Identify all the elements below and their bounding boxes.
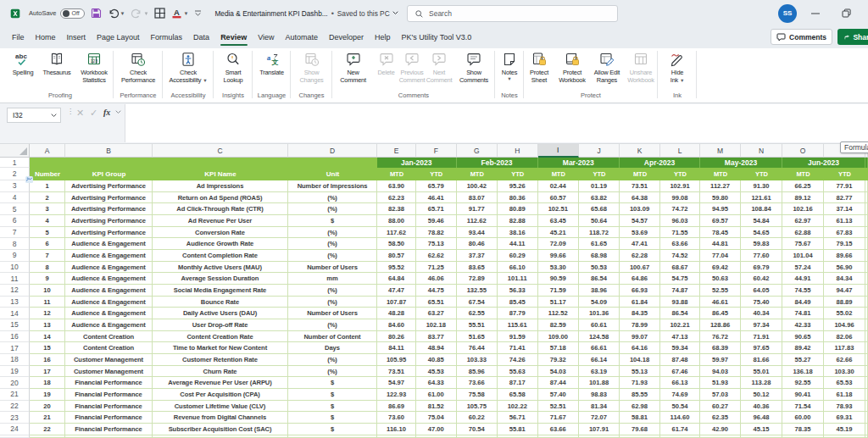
allow-edit-ranges-button[interactable]: Allow Edit Ranges — [590, 48, 624, 89]
cell[interactable]: 47.47 — [377, 285, 416, 297]
cell[interactable]: 44.81 — [700, 238, 741, 250]
tab-automate[interactable]: Automate — [280, 28, 324, 47]
cell[interactable]: $ — [288, 424, 377, 435]
cell[interactable]: 60.22 — [457, 412, 498, 424]
cell[interactable]: 78.35 — [782, 424, 824, 435]
cell[interactable]: 84.60 — [377, 319, 416, 331]
cell[interactable]: 68.67 — [660, 262, 700, 274]
cell[interactable]: 84.49 — [782, 297, 824, 308]
sub-header-mtd[interactable]: MTD — [620, 168, 660, 180]
cell[interactable]: (%) — [288, 366, 377, 378]
cell[interactable]: 45.53 — [416, 366, 457, 378]
row-header-21[interactable]: 21 — [0, 389, 30, 401]
cell[interactable]: 78.82 — [416, 227, 457, 239]
cell[interactable]: 54.65 — [741, 227, 782, 239]
cell[interactable]: 17 — [30, 366, 65, 378]
cell[interactable]: 71.93 — [620, 377, 660, 389]
sub-header-ytd[interactable]: YTD — [660, 168, 700, 180]
cell[interactable]: 60.61 — [579, 319, 620, 331]
cell[interactable]: Audience & Engagement — [65, 250, 153, 262]
cell[interactable]: Daily Active Users (DAU) — [153, 308, 288, 319]
formula-bar-drag-handle[interactable]: ⋮ — [67, 110, 74, 114]
row-header-10[interactable]: 10 — [0, 262, 30, 274]
tab-view[interactable]: View — [253, 28, 280, 47]
cell[interactable]: Ad Impressions — [153, 180, 288, 192]
cell[interactable]: 63.19 — [579, 366, 620, 378]
cell[interactable]: Time to Market for New Content — [153, 342, 288, 354]
avatar[interactable]: SS — [778, 4, 797, 23]
cell[interactable]: 58.50 — [377, 238, 416, 250]
row-header-5[interactable]: 5 — [0, 203, 30, 215]
cell[interactable]: 87.44 — [538, 377, 580, 389]
cell[interactable]: (%) — [288, 319, 377, 331]
cell[interactable]: 60.42 — [741, 273, 782, 285]
cell[interactable]: 63.45 — [538, 215, 580, 227]
cell[interactable]: $ — [288, 401, 377, 413]
formula-input[interactable] — [125, 104, 868, 142]
cell[interactable]: 65.53 — [824, 377, 865, 389]
share-button[interactable]: Share — [837, 29, 868, 45]
cell[interactable]: Customer Retention Rate — [153, 354, 288, 366]
cell[interactable]: 01.19 — [579, 180, 620, 192]
undo-button[interactable]: ▼ — [108, 8, 125, 19]
cell[interactable]: 124.58 — [579, 331, 620, 343]
cell[interactable]: 59.80 — [700, 192, 741, 204]
cell[interactable]: 72.07 — [579, 412, 620, 424]
cell[interactable]: 8 — [30, 262, 65, 274]
cell[interactable]: (%) — [288, 354, 377, 366]
cell[interactable]: Average Revenue Per User (ARPU) — [153, 377, 288, 389]
cell[interactable]: 132.55 — [457, 285, 498, 297]
cell[interactable]: 62.98 — [620, 401, 660, 413]
cell[interactable]: 82.06 — [824, 331, 865, 343]
cell[interactable]: 58.81 — [620, 412, 660, 424]
tab-insert[interactable]: Insert — [61, 28, 92, 47]
sub-header-mtd[interactable]: MTD — [700, 168, 741, 180]
cell[interactable]: 89.66 — [824, 250, 865, 262]
cell[interactable]: 115.61 — [498, 319, 538, 331]
cell[interactable]: 62.28 — [620, 250, 660, 262]
cell[interactable]: 37.14 — [824, 203, 865, 215]
smart-lookup-button[interactable]: Smart Lookup — [214, 48, 253, 89]
cell[interactable]: Cost Per Acquisition (CPA) — [153, 389, 288, 401]
cell[interactable]: (%) — [288, 203, 377, 215]
column-header-b[interactable]: B — [65, 144, 153, 158]
row-header-20[interactable]: 20 — [0, 377, 30, 389]
row-header-9[interactable]: 9 — [0, 250, 30, 262]
cell[interactable]: Financial Performance — [65, 377, 153, 389]
cell[interactable]: 80.57 — [377, 250, 416, 262]
cell[interactable]: 85.45 — [498, 297, 538, 308]
cell[interactable]: 66.14 — [579, 354, 620, 366]
cell[interactable]: 71.25 — [416, 262, 457, 274]
column-header-c[interactable]: C — [153, 144, 288, 158]
cell[interactable]: 64.84 — [377, 273, 416, 285]
cell[interactable]: (%) — [288, 297, 377, 308]
cell[interactable]: 100.67 — [620, 262, 660, 274]
cell[interactable]: 62.55 — [457, 308, 498, 319]
column-header-l[interactable]: L — [660, 144, 700, 158]
cell[interactable]: 88.89 — [824, 297, 865, 308]
customize-toolbar-button[interactable] — [194, 9, 202, 17]
cell[interactable]: Financial Performance — [65, 424, 153, 435]
cell[interactable]: 86.45 — [700, 308, 741, 319]
column-header-d[interactable]: D — [288, 144, 377, 158]
cell[interactable]: 109.00 — [538, 331, 580, 343]
cell[interactable]: mm — [288, 273, 377, 285]
month-header[interactable]: Mar-2023 — [538, 158, 620, 168]
row-header-1[interactable]: 1 — [0, 158, 30, 168]
cell[interactable]: Number of Content — [288, 331, 377, 343]
cell[interactable]: $ — [288, 215, 377, 227]
cell[interactable]: 98.83 — [579, 389, 620, 401]
cell[interactable]: 99.08 — [660, 192, 700, 204]
tab-pk-s-utility-tool-v3-0[interactable]: PK's Utility Tool V3.0 — [396, 28, 477, 47]
cell[interactable]: 55.13 — [620, 366, 660, 378]
cell[interactable]: 88.00 — [377, 215, 416, 227]
cell[interactable]: Audience & Engagement — [65, 308, 153, 319]
cell[interactable]: Number of Users — [288, 262, 377, 274]
cell[interactable]: 74.55 — [782, 285, 824, 297]
cell[interactable]: 54.03 — [538, 366, 580, 378]
cell[interactable]: 108.84 — [741, 203, 782, 215]
cell[interactable]: Content Creation — [65, 342, 153, 354]
cell[interactable]: 2 — [30, 192, 65, 204]
cell[interactable]: 94.95 — [700, 203, 741, 215]
cell[interactable]: 96.03 — [660, 215, 700, 227]
